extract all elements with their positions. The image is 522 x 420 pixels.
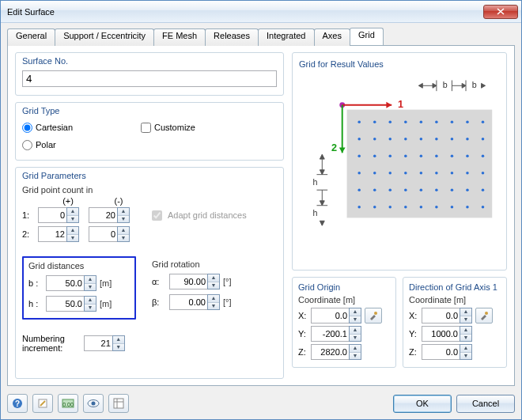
spin-2p-btns[interactable]: ▲▼ — [66, 226, 79, 242]
spin-h-input[interactable] — [46, 296, 84, 312]
spin-2m-btns[interactable]: ▲▼ — [117, 226, 130, 242]
tab-femesh[interactable]: FE Mesh — [153, 28, 206, 46]
origin-y-input[interactable] — [311, 326, 349, 342]
svg-point-28 — [357, 120, 361, 123]
spin-h[interactable]: ▲▼ — [46, 296, 96, 312]
checkbox-customize-label: Customize — [154, 123, 195, 132]
left-column: Surface No. Grid Type Cartesian — [15, 52, 284, 379]
origin-x-btns[interactable]: ▲▼ — [349, 308, 361, 324]
svg-point-62 — [466, 172, 469, 175]
b-label: b : — [28, 278, 46, 288]
close-button[interactable] — [483, 5, 518, 19]
checkbox-customize-input[interactable] — [141, 123, 151, 133]
dir-y-spin[interactable]: ▲▼ — [422, 326, 472, 342]
grid-direction-group: Direction of Grid Axis 1 Coordinate [m] … — [403, 277, 507, 368]
radio-cartesian[interactable]: Cartesian — [22, 120, 141, 134]
spin-b-input[interactable] — [46, 275, 84, 291]
units-icon: 0.00 — [62, 398, 74, 409]
dir-x-btns[interactable]: ▲▼ — [460, 308, 472, 324]
table-button[interactable] — [108, 394, 129, 413]
spin-b[interactable]: ▲▼ — [46, 275, 96, 291]
spin-1p-btns[interactable]: ▲▼ — [66, 207, 79, 223]
svg-point-64 — [357, 188, 361, 191]
spin-2m[interactable]: ▲▼ — [89, 226, 130, 242]
spin-b-btns[interactable]: ▲▼ — [84, 275, 96, 291]
surface-no-input[interactable] — [22, 70, 277, 87]
dir-pick-button[interactable] — [475, 308, 493, 324]
point-count-label: Grid point count in — [22, 185, 277, 195]
spin-numbering-input[interactable] — [84, 335, 112, 351]
spin-alpha[interactable]: ▲▼ — [169, 274, 220, 289]
svg-marker-22 — [320, 154, 324, 159]
origin-y-spin[interactable]: ▲▼ — [311, 326, 361, 342]
svg-point-59 — [420, 172, 423, 175]
radio-polar[interactable]: Polar — [22, 138, 141, 152]
origin-x-input[interactable] — [311, 308, 349, 324]
spin-1m[interactable]: ▲▼ — [89, 207, 130, 223]
radio-cartesian-input[interactable] — [22, 123, 32, 133]
axis1-label: 1 — [398, 99, 403, 110]
dir-x-input[interactable] — [422, 308, 460, 324]
origin-z-spin[interactable]: ▲▼ — [311, 344, 361, 360]
dir-y-btns[interactable]: ▲▼ — [460, 326, 472, 342]
origin-z-btns[interactable]: ▲▼ — [349, 344, 361, 360]
spin-alpha-btns[interactable]: ▲▼ — [207, 274, 220, 289]
dir-z-input[interactable] — [422, 344, 460, 360]
titlebar: Edit Surface — [1, 1, 521, 23]
origin-y-btns[interactable]: ▲▼ — [349, 326, 361, 342]
checkbox-customize[interactable]: Customize — [141, 120, 195, 134]
units-button[interactable]: 0.00 — [58, 394, 78, 413]
spin-1p-input[interactable] — [38, 207, 66, 223]
grid-direction-title: Direction of Grid Axis 1 — [409, 282, 501, 292]
spin-1m-btns[interactable]: ▲▼ — [117, 207, 130, 223]
dir-x-label: X: — [409, 311, 422, 320]
svg-point-76 — [404, 206, 407, 209]
help-button[interactable]: ? — [7, 394, 28, 413]
origin-x-label: X: — [298, 311, 311, 320]
dir-y-input[interactable] — [422, 326, 460, 342]
view-button[interactable] — [83, 394, 104, 413]
tab-axes[interactable]: Axes — [314, 28, 350, 46]
spin-beta[interactable]: ▲▼ — [169, 294, 220, 310]
tab-grid[interactable]: Grid — [350, 28, 384, 45]
tab-general[interactable]: General — [7, 28, 55, 46]
svg-point-69 — [435, 188, 438, 191]
spin-alpha-input[interactable] — [169, 274, 207, 289]
radio-polar-input[interactable] — [22, 140, 32, 150]
spin-1p[interactable]: ▲▼ — [38, 207, 79, 223]
tab-releases[interactable]: Releases — [205, 28, 259, 46]
spin-2p-input[interactable] — [38, 226, 66, 242]
svg-point-31 — [404, 120, 407, 123]
ok-button[interactable]: OK — [393, 395, 452, 413]
origin-z-input[interactable] — [311, 344, 349, 360]
spin-beta-btns[interactable]: ▲▼ — [207, 294, 220, 310]
increment-label: increment: — [22, 343, 65, 353]
svg-marker-1 — [433, 83, 437, 88]
edit-surface-window: Edit Surface General Support / Eccentric… — [0, 0, 522, 420]
dir-z-spin[interactable]: ▲▼ — [422, 344, 472, 360]
axis2-label: 2 — [331, 142, 337, 153]
numbering-label-block: Numbering increment: — [22, 334, 65, 353]
svg-rect-91 — [114, 399, 123, 408]
cancel-button[interactable]: Cancel — [456, 395, 515, 413]
spin-beta-input[interactable] — [169, 294, 207, 310]
dir-z-btns[interactable]: ▲▼ — [460, 344, 472, 360]
svg-marker-3 — [462, 83, 466, 88]
svg-point-33 — [435, 120, 438, 123]
spin-1m-input[interactable] — [89, 207, 117, 223]
spin-numbering[interactable]: ▲▼ — [84, 335, 125, 351]
spin-2p[interactable]: ▲▼ — [38, 226, 79, 242]
spin-h-btns[interactable]: ▲▼ — [84, 296, 96, 312]
svg-point-68 — [420, 188, 423, 191]
svg-point-80 — [466, 206, 469, 209]
origin-x-spin[interactable]: ▲▼ — [311, 308, 361, 324]
origin-pick-button[interactable] — [365, 308, 382, 324]
svg-point-34 — [451, 120, 454, 123]
tab-support[interactable]: Support / Eccentricity — [55, 28, 154, 46]
svg-point-74 — [373, 206, 376, 209]
dir-x-spin[interactable]: ▲▼ — [422, 308, 472, 324]
note-button[interactable] — [32, 394, 53, 413]
tab-integrated[interactable]: Integrated — [258, 28, 315, 46]
spin-2m-input[interactable] — [89, 226, 117, 242]
spin-numbering-btns[interactable]: ▲▼ — [112, 335, 125, 351]
